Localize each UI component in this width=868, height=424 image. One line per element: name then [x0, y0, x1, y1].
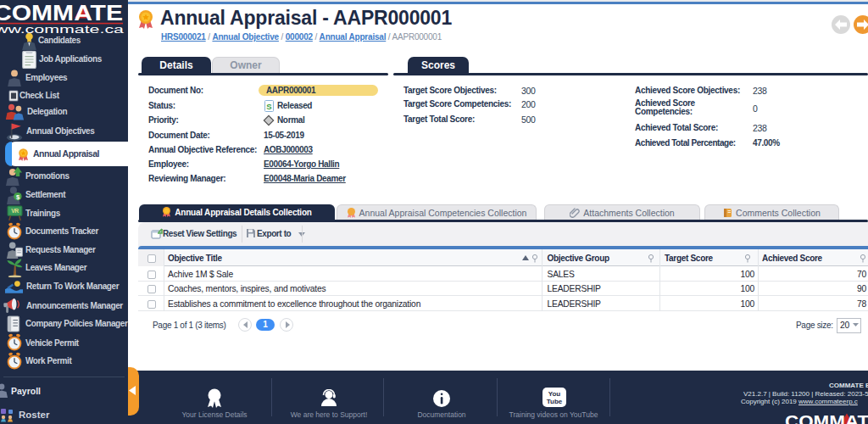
svg-text:COMMATE: COMMATE	[0, 1, 123, 25]
svg-text:Tube: Tube	[547, 398, 563, 405]
svg-text:VR: VR	[11, 209, 19, 215]
svg-text:S: S	[266, 102, 271, 111]
svg-text:ww.commate.ca: ww.commate.ca	[0, 24, 124, 36]
svg-text:COMMATE: COMMATE	[785, 411, 868, 424]
svg-text:You: You	[548, 390, 561, 398]
